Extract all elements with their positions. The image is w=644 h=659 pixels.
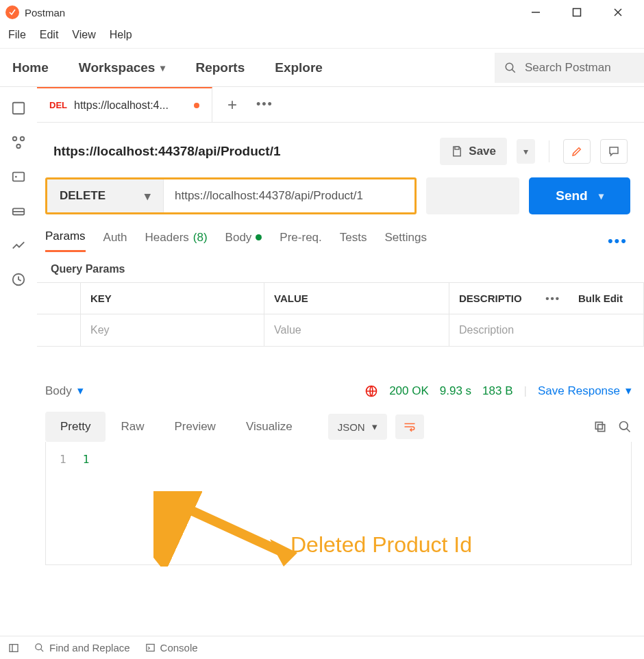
topnav: Home Workspaces ▾ Reports Explore Search… xyxy=(0,48,644,86)
send-button[interactable]: Send ▾ xyxy=(529,177,630,214)
apis-icon[interactable] xyxy=(11,135,26,150)
status-bar: Find and Replace Console xyxy=(0,636,644,659)
url-extra-area xyxy=(426,177,519,214)
minimize-button[interactable] xyxy=(523,3,548,22)
response-time: 9.93 s xyxy=(440,384,471,398)
response-header: Body ▾ 200 OK 9.93 s 183 B | Save Respon… xyxy=(45,384,632,398)
search-icon xyxy=(504,62,517,74)
menu-edit[interactable]: Edit xyxy=(40,29,59,41)
new-tab-button[interactable]: + xyxy=(227,95,237,114)
request-subtabs: Params Auth Headers (8) Body Pre-req. Te… xyxy=(37,214,644,252)
query-params-table: KEY VALUE DESCRIPTIO ••• Bulk Edit Key V… xyxy=(37,282,644,347)
tab-tests[interactable]: Tests xyxy=(340,231,367,251)
table-row[interactable]: Key Value Description xyxy=(37,314,644,346)
tab-method-badge: DEL xyxy=(49,100,67,110)
chevron-down-icon: ▾ xyxy=(372,421,377,433)
col-key: KEY xyxy=(81,283,264,314)
tab-title: https://localhost:4... xyxy=(74,99,169,112)
edit-button[interactable] xyxy=(563,139,591,164)
svg-line-5 xyxy=(512,69,515,73)
sidebar-toggle-button[interactable] xyxy=(8,643,19,654)
svg-point-8 xyxy=(21,137,25,141)
menu-view[interactable]: View xyxy=(72,29,95,41)
left-sidebar xyxy=(0,87,37,632)
svg-line-21 xyxy=(627,429,630,432)
tab-headers[interactable]: Headers (8) xyxy=(145,231,208,251)
tab-body[interactable]: Body xyxy=(225,231,262,251)
bulk-edit-button[interactable]: Bulk Edit xyxy=(567,293,634,304)
nav-home[interactable]: Home xyxy=(12,60,49,75)
tab-prereq[interactable]: Pre-req. xyxy=(280,231,321,251)
chevron-down-icon: ▾ xyxy=(599,190,604,201)
col-value: VALUE xyxy=(264,283,449,314)
history-icon[interactable] xyxy=(11,272,26,287)
save-button[interactable]: Save xyxy=(440,138,507,165)
tab-settings[interactable]: Settings xyxy=(384,231,426,251)
svg-rect-25 xyxy=(10,644,18,651)
tab-params[interactable]: Params xyxy=(45,229,86,252)
request-options-button[interactable]: ••• xyxy=(608,232,628,250)
url-bar: DELETE ▾ xyxy=(45,177,417,214)
nav-reports[interactable]: Reports xyxy=(195,60,245,75)
request-title: https://localhost:44378/api/Product/1 xyxy=(53,144,281,159)
tab-auth[interactable]: Auth xyxy=(103,231,127,251)
svg-point-27 xyxy=(36,644,42,650)
svg-point-7 xyxy=(13,137,17,141)
network-icon[interactable] xyxy=(364,384,378,398)
query-params-heading: Query Params xyxy=(37,252,644,282)
request-tab[interactable]: DEL https://localhost:4... xyxy=(37,87,212,122)
mock-servers-icon[interactable] xyxy=(11,203,26,219)
close-button[interactable] xyxy=(606,3,630,22)
response-section-select[interactable]: Body ▾ xyxy=(45,384,84,398)
svg-rect-19 xyxy=(595,422,602,429)
find-replace-button[interactable]: Find and Replace xyxy=(34,642,130,654)
description-input[interactable]: Description xyxy=(449,314,644,346)
chevron-down-icon: ▾ xyxy=(626,384,632,398)
search-response-button[interactable] xyxy=(618,420,632,434)
svg-rect-18 xyxy=(598,425,605,432)
menu-file[interactable]: File xyxy=(8,29,26,41)
svg-rect-15 xyxy=(455,147,459,149)
comment-button[interactable] xyxy=(600,139,628,164)
resptab-pretty[interactable]: Pretty xyxy=(45,412,106,442)
nav-workspaces[interactable]: Workspaces ▾ xyxy=(79,60,166,75)
wrap-lines-button[interactable] xyxy=(395,414,424,439)
environments-icon[interactable] xyxy=(11,169,26,184)
svg-rect-29 xyxy=(146,645,153,651)
copy-response-button[interactable] xyxy=(593,420,607,434)
collections-icon[interactable] xyxy=(11,101,26,116)
monitors-icon[interactable] xyxy=(11,238,26,253)
svg-rect-6 xyxy=(13,103,25,114)
resptab-visualize[interactable]: Visualize xyxy=(231,412,308,442)
svg-point-9 xyxy=(16,145,21,149)
body-active-dot-icon xyxy=(256,234,262,240)
save-response-button[interactable]: Save Response ▾ xyxy=(538,384,632,398)
value-input[interactable]: Value xyxy=(264,314,449,346)
svg-point-11 xyxy=(15,176,17,178)
tab-options-button[interactable]: ••• xyxy=(256,97,273,112)
response-format-select[interactable]: JSON ▾ xyxy=(328,414,387,440)
search-placeholder: Search Postman xyxy=(525,61,611,75)
maximize-button[interactable] xyxy=(565,3,589,22)
comment-icon xyxy=(608,145,620,158)
titlebar: Postman xyxy=(0,0,644,25)
menu-help[interactable]: Help xyxy=(110,29,132,41)
nav-explore[interactable]: Explore xyxy=(275,60,323,75)
url-input[interactable] xyxy=(164,179,414,212)
search-input[interactable]: Search Postman xyxy=(495,53,644,83)
key-input[interactable]: Key xyxy=(81,314,264,346)
resptab-raw[interactable]: Raw xyxy=(106,412,159,442)
line-number: 1 xyxy=(60,453,66,554)
svg-point-20 xyxy=(620,422,628,430)
col-description: DESCRIPTIO xyxy=(459,293,522,304)
response-size: 183 B xyxy=(482,384,512,398)
svg-rect-1 xyxy=(573,9,581,16)
chevron-down-icon: ▾ xyxy=(77,384,84,398)
console-button[interactable]: Console xyxy=(145,642,198,654)
response-value: 1 xyxy=(83,453,90,554)
column-options-button[interactable]: ••• xyxy=(538,293,567,304)
resptab-preview[interactable]: Preview xyxy=(159,412,230,442)
chevron-down-icon: ▾ xyxy=(160,62,165,73)
save-options-button[interactable]: ▾ xyxy=(517,139,535,164)
method-select[interactable]: DELETE ▾ xyxy=(47,179,164,212)
